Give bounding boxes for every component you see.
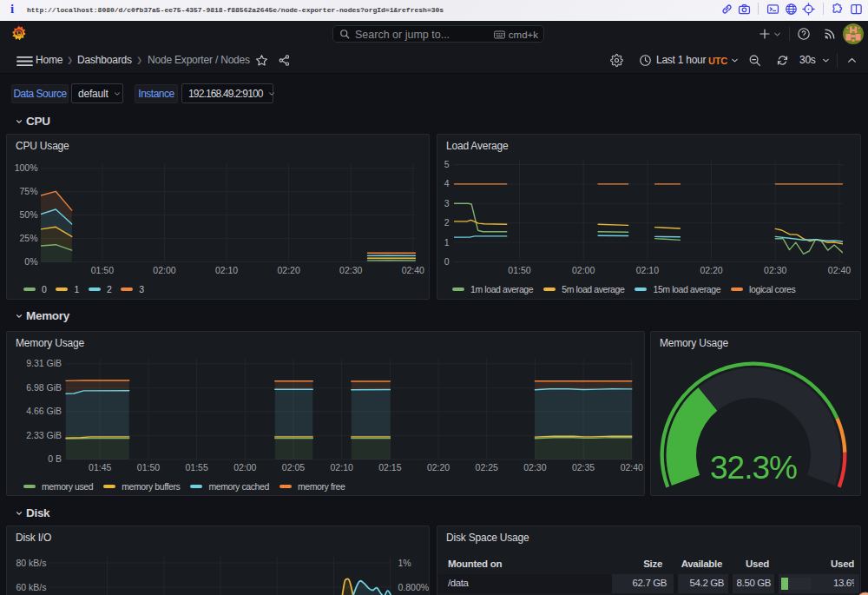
panel-title[interactable]: Disk Space Usage xyxy=(446,532,529,544)
svg-text:2.33 GiB: 2.33 GiB xyxy=(26,430,62,440)
svg-text:25%: 25% xyxy=(19,233,37,243)
svg-text:02:30: 02:30 xyxy=(339,265,362,275)
keyboard-icon xyxy=(494,30,505,39)
svg-text:60 kB/s: 60 kB/s xyxy=(16,582,46,592)
help-icon[interactable] xyxy=(797,21,811,47)
grafana-top-nav: Search or jump to... cmd+k xyxy=(0,21,868,47)
used-pct-bar-track xyxy=(781,578,811,590)
panel-memory-gauge: Memory Usage 32.3% xyxy=(650,331,861,496)
menu-icon[interactable] xyxy=(16,55,33,66)
refresh-icon[interactable] xyxy=(776,54,789,67)
info-icon[interactable]: i xyxy=(10,2,19,16)
add-button[interactable] xyxy=(758,21,772,47)
col-header-mounted-on[interactable]: Mounted on xyxy=(448,559,502,569)
browser-chrome-bar: i http://localhost:8080/d/c0fb37a5-ee75-… xyxy=(0,0,868,21)
panel-cpu-usage: CPU Usage 0123 0%25%50%75%100%01:5002:00… xyxy=(6,134,430,300)
share-icon[interactable] xyxy=(278,54,291,67)
toolbar-separator xyxy=(837,53,838,68)
nav-separator xyxy=(789,21,790,47)
col-header-used-pct[interactable]: Used xyxy=(779,559,854,569)
chart-load[interactable]: 01234501:5002:0002:1002:2002:3002:40 xyxy=(437,135,862,301)
svg-text:02:00: 02:00 xyxy=(233,462,256,473)
time-chevron-down-icon[interactable] xyxy=(730,56,740,65)
variable-label-datasource: Data Source xyxy=(11,84,69,103)
time-range-label[interactable]: Last 1 hour xyxy=(656,54,706,66)
search-icon xyxy=(339,29,350,39)
variable-label-instance: Instance xyxy=(135,84,178,103)
col-header-size[interactable]: Size xyxy=(612,559,662,569)
clock-icon[interactable] xyxy=(639,54,652,67)
panel-load-average: Load Average 1m load average5m load aver… xyxy=(437,134,861,300)
timezone-label[interactable]: UTC xyxy=(708,56,727,66)
refresh-chevron-down-icon[interactable] xyxy=(821,56,831,65)
svg-text:6.98 GiB: 6.98 GiB xyxy=(26,382,62,393)
series-memory free xyxy=(66,380,129,381)
gear-icon[interactable] xyxy=(610,54,623,67)
col-header-available[interactable]: Available xyxy=(678,559,722,569)
svg-text:02:10: 02:10 xyxy=(331,462,353,473)
series-1m load average xyxy=(454,203,507,231)
svg-text:3: 3 xyxy=(444,198,450,208)
grafana-logo[interactable] xyxy=(11,25,26,42)
collapse-icon[interactable] xyxy=(846,55,858,66)
url-text[interactable]: http://localhost:8080/d/c0fb37a5-ee75-43… xyxy=(27,6,444,14)
svg-text:02:20: 02:20 xyxy=(427,462,450,473)
variable-dropdown-datasource[interactable]: default xyxy=(71,83,123,103)
star-icon[interactable] xyxy=(255,54,268,67)
svg-text:02:20: 02:20 xyxy=(700,265,722,275)
avatar[interactable] xyxy=(843,21,864,47)
used-pct-bar-fill xyxy=(781,578,788,590)
chart-mem[interactable]: 0 B2.33 GiB4.66 GiB6.98 GiB9.31 GiB01:45… xyxy=(7,332,646,497)
crosshair-icon[interactable] xyxy=(802,3,815,16)
breadcrumb-separator: ❯ xyxy=(136,56,142,64)
svg-text:01:50: 01:50 xyxy=(137,462,160,473)
cell-used: 8.50 GB xyxy=(733,578,771,588)
svg-text:1: 1 xyxy=(444,237,450,248)
col-header-used[interactable]: Used xyxy=(733,559,769,569)
columns-icon[interactable] xyxy=(850,3,863,16)
add-chevron-down-icon[interactable] xyxy=(773,21,782,47)
svg-text:0 B: 0 B xyxy=(48,453,62,464)
terminal-icon[interactable] xyxy=(766,3,779,16)
link-icon[interactable] xyxy=(720,3,733,16)
svg-text:02:40: 02:40 xyxy=(402,265,424,275)
gridlines xyxy=(49,557,391,595)
search-placeholder: Search or jump to... xyxy=(355,29,450,41)
variable-dropdown-instance[interactable]: 192.168.49.2:9100 xyxy=(181,83,273,103)
series-5m load average xyxy=(598,224,628,225)
chart-cpu[interactable]: 0%25%50%75%100%01:5002:0002:1002:2002:30… xyxy=(7,135,431,301)
panel-disk-space: Disk Space Usage Mounted on Size Availab… xyxy=(437,526,861,595)
chevron-down-icon xyxy=(113,89,122,98)
svg-text:02:30: 02:30 xyxy=(523,462,546,473)
breadcrumb-home[interactable]: Home xyxy=(36,54,62,66)
section-header-cpu[interactable]: CPU xyxy=(15,115,50,128)
gauge-value: 32.3% xyxy=(661,452,846,484)
svg-text:02:05: 02:05 xyxy=(282,462,305,473)
series-5m load average xyxy=(655,228,681,228)
chevron-down-icon xyxy=(15,509,23,518)
search-input[interactable]: Search or jump to... cmd+k xyxy=(332,25,544,43)
svg-text:80 kB/s: 80 kB/s xyxy=(16,558,46,568)
panel-memory-usage: Memory Usage memory usedmemory buffersme… xyxy=(6,331,645,496)
chevron-down-icon xyxy=(267,89,276,98)
series-1m load average xyxy=(655,239,681,241)
corner-blob xyxy=(856,587,868,595)
chart-diskio[interactable]: 60 kB/s80 kB/s0.800%1% xyxy=(7,526,431,595)
globe-icon[interactable] xyxy=(785,3,798,16)
svg-text:01:50: 01:50 xyxy=(91,265,114,275)
svg-text:5: 5 xyxy=(444,159,450,169)
chevron-down-icon xyxy=(15,312,23,321)
puzzle-icon[interactable] xyxy=(831,3,844,16)
section-header-memory[interactable]: Memory xyxy=(15,309,69,322)
refresh-interval-label[interactable]: 30s xyxy=(799,54,816,66)
breadcrumb-separator: ❯ xyxy=(67,56,73,64)
svg-text:02:10: 02:10 xyxy=(636,265,659,275)
camera-icon[interactable] xyxy=(738,3,751,16)
rss-icon[interactable] xyxy=(823,21,837,47)
series-15m load average xyxy=(454,236,507,237)
section-header-disk[interactable]: Disk xyxy=(15,506,49,519)
breadcrumb-current: Node Exporter / Nodes xyxy=(148,54,250,66)
breadcrumb-dashboards[interactable]: Dashboards xyxy=(77,54,132,66)
zoom-out-icon[interactable] xyxy=(748,54,761,67)
cell-mounted-on: /data xyxy=(448,578,469,588)
